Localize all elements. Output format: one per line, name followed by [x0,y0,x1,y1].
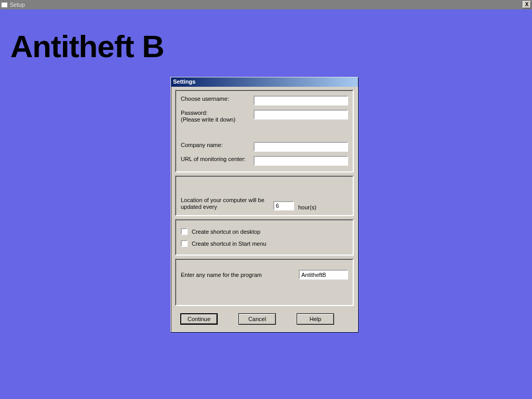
app-headline: Antitheft B [10,29,164,64]
program-name-label: Enter any name for the program [181,272,262,278]
credentials-panel: Choose username: Password: (Please write… [175,90,354,172]
startmenu-shortcut-label: Create shortcut in Start menu [192,241,267,247]
shortcuts-panel: Create shortcut on desktop Create shortc… [175,219,354,256]
startmenu-shortcut-checkbox[interactable] [181,240,188,247]
password-input[interactable] [254,110,348,119]
dialog-title: Settings [171,77,358,87]
interval-label: Location of your computer will be update… [181,197,269,210]
cancel-button[interactable]: Cancel [238,313,276,325]
password-label: Password: (Please write it down) [181,110,254,123]
desktop-shortcut-checkbox[interactable] [181,228,188,235]
interval-input[interactable] [273,201,294,210]
help-button[interactable]: Help [297,313,334,325]
company-input[interactable] [254,142,348,152]
window-titlebar: Setup X [0,0,532,9]
interval-panel: Location of your computer will be update… [175,176,354,216]
program-name-panel: Enter any name for the program [175,259,354,306]
username-input[interactable] [254,96,348,105]
url-input[interactable] [254,156,348,166]
desktop-shortcut-label: Create shortcut on desktop [192,229,260,235]
window-title: Setup [10,2,25,8]
close-button[interactable]: X [523,1,531,8]
username-label: Choose username: [181,96,254,102]
continue-button[interactable]: Continue [180,313,218,325]
interval-unit: hour(s) [298,204,316,210]
program-name-input[interactable] [299,270,348,280]
button-bar: Continue Cancel Help [171,309,358,332]
app-icon [1,2,8,8]
settings-dialog: Settings Choose username: Password: (Ple… [170,77,358,332]
url-label: URL of monitoring center: [181,156,254,163]
company-label: Company name: [181,142,254,149]
